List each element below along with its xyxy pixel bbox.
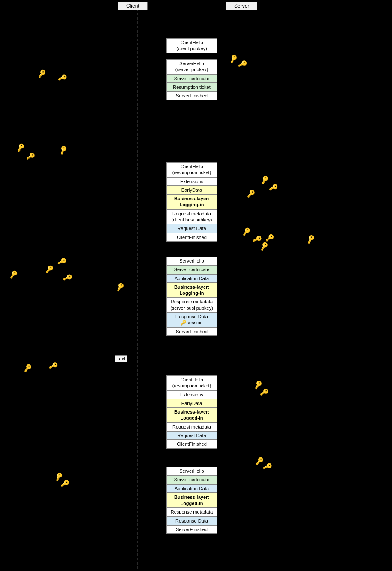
svg-marker-5 [136,75,139,78]
key-icon-3: 🔑 [37,69,47,78]
s2-client-hello-group: ClientHello (resumption ticket) Extensio… [166,162,217,242]
key-icon-2: 🔑 [238,59,248,69]
key-icon-18: 🔑 [45,265,54,274]
key-icon-19: 🔑 [62,272,73,283]
key-icon-20: 🔑 [115,282,125,293]
key-icon-1: 🔑 [228,54,239,64]
key-icon-24: 🔑 [260,387,270,397]
s3-server-hello-group: ServerHello Server certificate Applicati… [166,257,217,336]
key-icon-7: 🔑 [58,145,69,156]
key-icon-15: 🔑 [305,234,316,245]
key-icon-22: 🔑 [48,361,59,371]
server-box: Server [226,2,257,10]
client-box: Client [118,2,148,10]
key-icon-16: 🔑 [9,269,19,279]
key-icon-10: 🔑 [246,189,256,198]
s1-server-hello-group: ServerHello (server pubkey) Server certi… [166,59,217,100]
key-icon-8: 🔑 [259,175,270,185]
key-icon-21: 🔑 [23,363,33,372]
key-icon-4: 🔑 [57,73,68,83]
s1-client-hello: ClientHello (client pubkey) [166,38,217,53]
key-icon-14: 🔑 [265,233,274,242]
key-icon-17: 🔑 [57,257,67,267]
s5-server-hello-group: ServerHello Server certificate Applicati… [166,467,217,534]
key-icon-25: 🔑 [255,456,264,465]
key-icon-9: 🔑 [268,183,279,193]
key-icon-28: 🔑 [60,479,70,488]
key-icon-6: 🔑 [26,151,36,161]
key-icon-11: 🔑 [242,227,252,236]
key-icon-13: 🔑 [259,242,269,252]
s4-client-hello-group: ClientHello (resumption ticket) Extensio… [166,375,217,449]
key-icon-5: 🔑 [15,143,26,153]
